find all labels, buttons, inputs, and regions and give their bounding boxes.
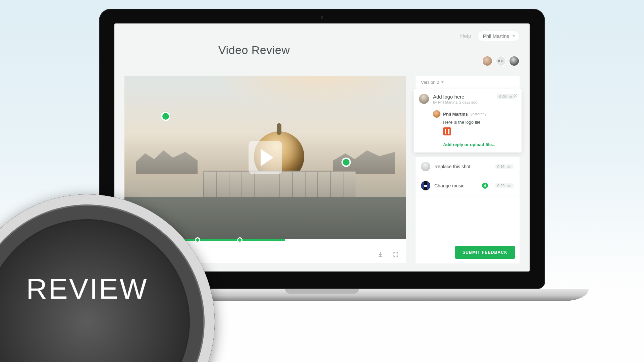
collaborators: KH [482,56,520,66]
reply-text: Here is the logo file: [443,120,516,125]
attachment-thumbnail[interactable] [443,127,451,135]
comment-item[interactable]: Change music 4 0:29 min [416,176,520,195]
comment-thumbnail [421,162,430,171]
close-icon[interactable]: ✕ [513,93,518,99]
comment-item[interactable]: Replace this shot 0:18 min [416,157,520,176]
fullscreen-icon[interactable] [393,251,399,257]
comment-meta: by Phil Martins, 2 days ago [433,100,477,104]
laptop-notch [285,289,359,294]
workspace: Version 2 ✕ Add logo here by Phil Martin… [124,76,520,263]
chevron-down-icon [441,81,444,83]
avatar[interactable]: KH [495,56,506,66]
user-name: Phil Martins [483,33,509,39]
timeline-marker[interactable] [237,237,243,243]
reply-author: Phil Martins [443,112,468,117]
timeline-marker[interactable] [195,237,200,243]
comment-title: Replace this shot [434,164,470,169]
add-reply-link[interactable]: Add reply or upload file... [443,142,516,147]
timestamp-badge: 0:29 min [495,183,514,188]
version-label: Version 2 [421,80,439,85]
play-icon [261,149,273,166]
reply-count-badge: 4 [482,183,488,189]
avatar[interactable] [509,56,520,66]
video-viewport[interactable] [124,76,406,239]
avatar [433,110,440,118]
comment-thumbnail [421,181,430,190]
comment-title: Change music [434,183,465,188]
version-selector[interactable]: Version 2 [416,76,520,89]
avatar[interactable] [482,56,493,66]
comment-title: Add logo here [433,94,477,100]
comment-thumbnail [419,94,429,104]
submit-feedback-button[interactable]: SUBMIT FEEDBACK [455,246,515,259]
download-icon[interactable] [377,251,383,257]
annotation-marker[interactable] [341,158,351,167]
comment-expanded: ✕ Add logo here by Phil Martins, 2 days … [414,89,522,153]
webcam-dot [321,16,323,19]
video-still [277,123,281,135]
review-overlay-text: REVIEW [26,272,148,305]
submit-row: SUBMIT FEEDBACK [416,241,520,263]
comments-panel: Version 2 ✕ Add logo here by Phil Martin… [416,76,520,263]
top-bar: Help Phil Martins [460,31,520,41]
page-title: Video Review [218,44,290,57]
chevron-down-icon [513,35,515,37]
comment-reply: Phil Martins yesterday Here is the logo … [433,110,516,147]
help-link[interactable]: Help [460,33,471,39]
user-menu[interactable]: Phil Martins [477,31,520,41]
spacer [416,195,520,241]
play-button[interactable] [249,141,282,174]
reply-when: yesterday [471,112,487,116]
timestamp-badge: 0:18 min [495,164,514,169]
